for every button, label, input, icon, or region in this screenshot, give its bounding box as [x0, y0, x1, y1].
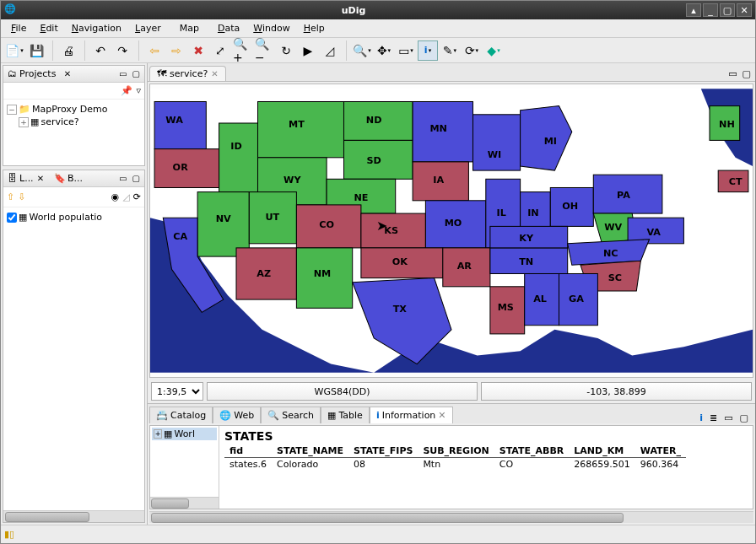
layer-style-button[interactable]: ◉ [111, 191, 120, 202]
crs-field[interactable]: WGS84(DD) [207, 382, 478, 401]
info-tree-hscroll[interactable] [150, 497, 219, 509]
edit-tool-button[interactable]: ✎▾ [440, 40, 460, 61]
project-root[interactable]: − 📁 MapProxy Demo [7, 103, 141, 116]
nav-fwd-button[interactable]: ⇨ [166, 40, 186, 61]
map-canvas[interactable]: WAORID MTNDSD MNWIMI NHCT WYNEIA NVUTCO … [149, 83, 753, 378]
info-action-icon[interactable]: i [699, 412, 703, 423]
undo-button[interactable]: ↶ [90, 40, 111, 61]
zoom-out-button[interactable]: 🔍− [254, 40, 274, 61]
titlebar-up-button[interactable]: ▴ [686, 3, 701, 17]
app-window: 🌐 uDig ▴ _ ▢ ✕ File Edit Navigation Laye… [0, 0, 756, 544]
stop-button[interactable]: ✖ [188, 40, 208, 61]
eraser-button[interactable]: ◿ [320, 40, 340, 61]
layers-hscroll[interactable] [3, 510, 144, 522]
layer-visibility-checkbox[interactable] [7, 213, 17, 223]
titlebar-maximize-button[interactable]: ▢ [720, 3, 735, 17]
info-title: STATES [224, 429, 748, 443]
map-tab-icon: 🗺 [157, 68, 166, 79]
titlebar-close-button[interactable]: ✕ [737, 3, 752, 17]
new-button[interactable]: 📄▾ [4, 40, 24, 61]
info-tree-item[interactable]: + ▦ Worl [152, 428, 217, 440]
collapse-icon[interactable]: − [7, 105, 17, 115]
play-button[interactable]: ▶ [298, 40, 318, 61]
redraw-button[interactable]: ⟳▾ [462, 40, 482, 61]
info-list-icon[interactable]: ≣ [710, 412, 717, 423]
save-button[interactable]: 💾 [26, 40, 46, 61]
layer-item[interactable]: ▦ World populatio [7, 211, 141, 224]
svg-text:OR: OR [173, 162, 189, 173]
info-tool-button[interactable]: i▾ [418, 40, 438, 61]
layer-refresh-button[interactable]: ⟳ [133, 191, 141, 202]
map-tab[interactable]: 🗺 service? ✕ [149, 66, 226, 81]
expand-icon[interactable]: + [154, 429, 162, 439]
menu-layer[interactable]: Layer [130, 21, 166, 35]
col-land-km: LAND_KM [569, 444, 634, 458]
col-fid: fid [224, 444, 272, 458]
layer-filter-button[interactable]: ◿ [122, 191, 129, 202]
layers-tab[interactable]: L... [19, 173, 34, 184]
titlebar-minimize-button[interactable]: _ [703, 3, 718, 17]
tab-table[interactable]: ▦Table [321, 407, 370, 423]
tab-search[interactable]: 🔍Search [261, 407, 321, 423]
refresh-button[interactable]: ↻ [276, 40, 296, 61]
zoom-tool-button[interactable]: 🔍▾ [352, 40, 372, 61]
layer-up-button[interactable]: ⇧ [7, 191, 14, 202]
add-layer-button[interactable]: ◆▾ [483, 40, 504, 61]
menu-navigation[interactable]: Navigation [67, 21, 127, 35]
project-child[interactable]: + ▦ service? [19, 116, 141, 128]
tab-web[interactable]: 🌐Web [213, 407, 261, 423]
layers-maximize[interactable]: ▢ [131, 174, 142, 183]
svg-text:AL: AL [533, 294, 547, 304]
projects-close[interactable]: ✕ [62, 69, 73, 78]
svg-text:TN: TN [519, 256, 533, 267]
info-maximize[interactable]: ▢ [740, 412, 748, 423]
zoom-extent-button[interactable]: ⤢ [210, 40, 230, 61]
pan-tool-button[interactable]: ✥▾ [374, 40, 394, 61]
scale-select[interactable]: 1:39,5 [151, 382, 203, 401]
layers-icon: 🗄 [6, 173, 18, 185]
tab-information[interactable]: iInformation ✕ [370, 407, 453, 423]
app-icon: 🌐 [4, 3, 18, 17]
layer-down-button[interactable]: ⇩ [18, 191, 25, 202]
panel-menu-icon[interactable]: ▿ [136, 85, 141, 96]
svg-text:CT: CT [729, 176, 742, 187]
projects-icon: 🗂 [6, 68, 18, 80]
redo-button[interactable]: ↷ [112, 40, 132, 61]
main-toolbar: 📄▾ 💾 🖨 ↶ ↷ ⇦ ⇨ ✖ ⤢ 🔍+ 🔍− ↻ ▶ ◿ 🔍▾ ✥▾ ▭▾ … [1, 38, 755, 63]
menu-map[interactable]: Map [170, 21, 209, 35]
projects-minimize[interactable]: ▭ [117, 69, 128, 78]
projects-maximize[interactable]: ▢ [131, 69, 142, 78]
menu-data[interactable]: Data [213, 21, 245, 35]
tab-catalog[interactable]: 📇Catalog [149, 407, 213, 423]
info-minimize[interactable]: ▭ [724, 412, 732, 423]
grid-icon: ▦ [19, 212, 27, 223]
menu-window[interactable]: Window [248, 21, 294, 35]
layers-minimize[interactable]: ▭ [117, 174, 128, 183]
bookmarks-tab[interactable]: B... [68, 173, 83, 184]
menu-file[interactable]: File [6, 21, 31, 35]
expand-icon[interactable]: + [19, 117, 29, 127]
map-maximize[interactable]: ▢ [740, 67, 753, 81]
info-hscroll[interactable] [149, 511, 753, 523]
zoom-in-button[interactable]: 🔍+ [232, 40, 252, 61]
svg-text:PA: PA [617, 190, 630, 201]
menu-help[interactable]: Help [299, 21, 330, 35]
table-row[interactable]: states.6 Colorado 08 Mtn CO 268659.501 9… [224, 458, 686, 471]
pin-icon[interactable]: 📌 [121, 85, 132, 96]
svg-text:WI: WI [488, 149, 502, 160]
map-svg: WAORID MTNDSD MNWIMI NHCT WYNEIA NVUTCO … [150, 84, 753, 377]
layers-close[interactable]: ✕ [35, 174, 46, 183]
print-button[interactable]: 🖨 [58, 40, 78, 61]
svg-text:KY: KY [519, 233, 534, 244]
svg-text:NV: NV [216, 213, 231, 224]
project-root-label: MapProxy Demo [32, 104, 108, 115]
info-tab-close[interactable]: ✕ [438, 410, 446, 421]
svg-text:MS: MS [498, 302, 514, 313]
map-tab-close[interactable]: ✕ [211, 69, 218, 78]
status-indicator-icon: ▮▯ [4, 529, 14, 540]
nav-back-button[interactable]: ⇦ [144, 40, 165, 61]
select-tool-button[interactable]: ▭▾ [396, 40, 416, 61]
menu-edit[interactable]: Edit [35, 21, 62, 35]
map-minimize[interactable]: ▭ [726, 67, 739, 81]
window-title: uDig [21, 5, 686, 16]
